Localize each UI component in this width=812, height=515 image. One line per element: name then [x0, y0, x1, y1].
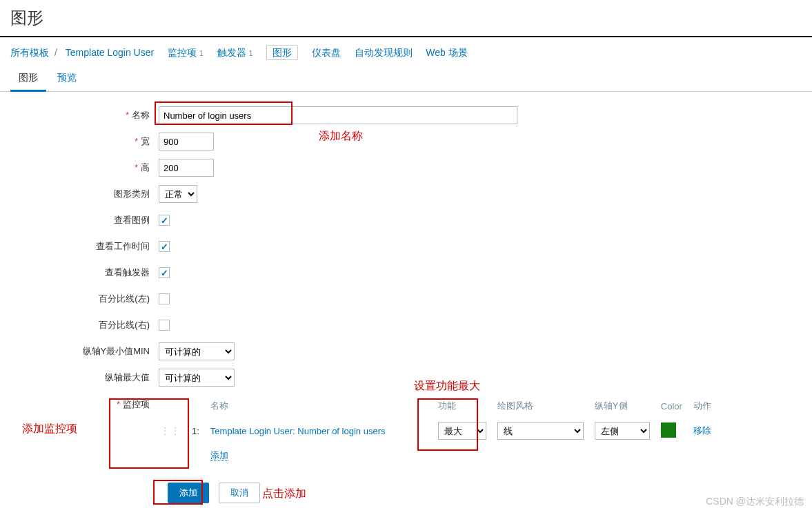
breadcrumb: 所有模板/ Template Login User 监控项 1 触发器 1 图形…: [0, 37, 812, 66]
label-ymax: 纵轴最大值: [10, 371, 159, 384]
bc-dashboards[interactable]: 仪表盘: [312, 47, 341, 58]
bc-triggers[interactable]: 触发器 1: [217, 47, 253, 58]
func-select[interactable]: 最大: [438, 422, 486, 440]
cancel-button[interactable]: 取消: [219, 483, 260, 503]
ymax-select[interactable]: 可计算的: [159, 369, 235, 387]
tab-graph[interactable]: 图形: [10, 66, 46, 92]
th-draw: 绘图风格: [497, 396, 593, 416]
ymin-select[interactable]: 可计算的: [159, 342, 235, 360]
label-ymin: 纵轴Y最小值MIN: [10, 345, 159, 358]
th-color: Color: [661, 396, 692, 416]
yaxis-select[interactable]: 左侧: [595, 422, 650, 440]
height-input[interactable]: [159, 159, 214, 177]
watermark: CSDN @达米安利拉德: [706, 496, 804, 508]
label-triggers: 查看触发器: [10, 266, 159, 279]
triggers-checkbox[interactable]: [159, 267, 170, 278]
bc-all-templates[interactable]: 所有模板: [10, 47, 49, 58]
type-select[interactable]: 正常: [159, 185, 197, 203]
item-name-link[interactable]: Template Login User: Number of login use…: [210, 426, 386, 436]
percent-left-checkbox[interactable]: [159, 293, 170, 304]
label-percent-left: 百分比线(左): [10, 293, 159, 305]
draw-select[interactable]: 线: [497, 422, 584, 440]
th-name: 名称: [210, 396, 437, 416]
table-row: ⋮⋮ 1: Template Login User: Number of log…: [160, 418, 721, 444]
label-percent-right: 百分比线(右): [10, 319, 159, 331]
form: *名称 *宽 *高 图形类别 正常 查看图例 查看工作时间 查看触发器 百分比线…: [0, 92, 812, 515]
row-number: 1:: [192, 418, 209, 444]
bc-discovery[interactable]: 自动发现规则: [355, 47, 413, 58]
add-button[interactable]: 添加: [168, 483, 209, 503]
label-type: 图形类别: [10, 188, 159, 200]
percent-right-checkbox[interactable]: [159, 320, 170, 331]
page-header: 图形: [0, 0, 812, 37]
bc-web[interactable]: Web 场景: [426, 47, 467, 58]
page-title: 图形: [10, 7, 802, 29]
add-item-link[interactable]: 添加: [210, 450, 228, 461]
tabs: 图形 预览: [0, 66, 812, 92]
label-height: 高: [141, 162, 150, 173]
bc-graphs[interactable]: 图形: [266, 45, 298, 60]
label-worktime: 查看工作时间: [10, 240, 159, 253]
th-yaxis: 纵轴Y侧: [595, 396, 660, 416]
label-width: 宽: [141, 136, 150, 146]
label-items: 监控项: [123, 399, 150, 409]
drag-handle-icon[interactable]: ⋮⋮: [160, 425, 181, 436]
remove-link[interactable]: 移除: [693, 425, 711, 436]
bc-items[interactable]: 监控项 1: [168, 47, 204, 58]
bc-template-name[interactable]: Template Login User: [66, 47, 154, 58]
worktime-checkbox[interactable]: [159, 241, 170, 252]
th-func: 功能: [438, 396, 496, 416]
items-table: 名称 功能 绘图风格 纵轴Y侧 Color 动作 ⋮⋮ 1: Template …: [159, 394, 722, 467]
label-legend: 查看图例: [10, 214, 159, 226]
width-input[interactable]: [159, 133, 214, 150]
color-picker[interactable]: [661, 422, 676, 438]
name-input[interactable]: [159, 106, 517, 124]
tab-preview[interactable]: 预览: [49, 66, 85, 90]
th-action: 动作: [693, 396, 721, 416]
legend-checkbox[interactable]: [159, 215, 170, 226]
label-name: 名称: [132, 110, 150, 120]
